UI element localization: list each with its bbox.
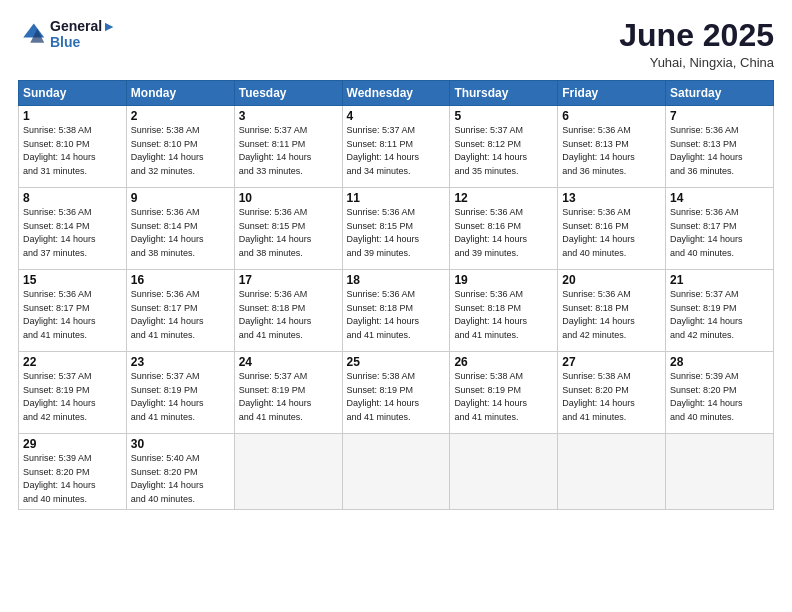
table-row bbox=[342, 434, 450, 510]
day-info: Sunrise: 5:36 AMSunset: 8:18 PMDaylight:… bbox=[454, 288, 553, 342]
svg-marker-0 bbox=[23, 24, 44, 38]
day-number: 8 bbox=[23, 191, 122, 205]
table-row: 2Sunrise: 5:38 AMSunset: 8:10 PMDaylight… bbox=[126, 106, 234, 188]
day-info: Sunrise: 5:39 AMSunset: 8:20 PMDaylight:… bbox=[23, 452, 122, 506]
title-area: June 2025 Yuhai, Ningxia, China bbox=[619, 18, 774, 70]
table-row: 27Sunrise: 5:38 AMSunset: 8:20 PMDayligh… bbox=[558, 352, 666, 434]
day-info: Sunrise: 5:38 AMSunset: 8:19 PMDaylight:… bbox=[347, 370, 446, 424]
calendar: Sunday Monday Tuesday Wednesday Thursday… bbox=[18, 80, 774, 510]
day-number: 11 bbox=[347, 191, 446, 205]
day-number: 4 bbox=[347, 109, 446, 123]
table-row: 17Sunrise: 5:36 AMSunset: 8:18 PMDayligh… bbox=[234, 270, 342, 352]
day-number: 6 bbox=[562, 109, 661, 123]
day-number: 28 bbox=[670, 355, 769, 369]
day-number: 21 bbox=[670, 273, 769, 287]
table-row: 18Sunrise: 5:36 AMSunset: 8:18 PMDayligh… bbox=[342, 270, 450, 352]
table-row: 30Sunrise: 5:40 AMSunset: 8:20 PMDayligh… bbox=[126, 434, 234, 510]
day-info: Sunrise: 5:37 AMSunset: 8:19 PMDaylight:… bbox=[23, 370, 122, 424]
table-row: 21Sunrise: 5:37 AMSunset: 8:19 PMDayligh… bbox=[666, 270, 774, 352]
table-row: 13Sunrise: 5:36 AMSunset: 8:16 PMDayligh… bbox=[558, 188, 666, 270]
day-info: Sunrise: 5:40 AMSunset: 8:20 PMDaylight:… bbox=[131, 452, 230, 506]
day-number: 29 bbox=[23, 437, 122, 451]
day-info: Sunrise: 5:36 AMSunset: 8:13 PMDaylight:… bbox=[670, 124, 769, 178]
logo-text: General► Blue bbox=[50, 18, 116, 50]
page: General► Blue June 2025 Yuhai, Ningxia, … bbox=[0, 0, 792, 612]
day-number: 15 bbox=[23, 273, 122, 287]
logo: General► Blue bbox=[18, 18, 116, 50]
col-thursday: Thursday bbox=[450, 81, 558, 106]
day-number: 24 bbox=[239, 355, 338, 369]
day-number: 25 bbox=[347, 355, 446, 369]
table-row: 26Sunrise: 5:38 AMSunset: 8:19 PMDayligh… bbox=[450, 352, 558, 434]
table-row bbox=[234, 434, 342, 510]
col-wednesday: Wednesday bbox=[342, 81, 450, 106]
day-number: 14 bbox=[670, 191, 769, 205]
table-row: 28Sunrise: 5:39 AMSunset: 8:20 PMDayligh… bbox=[666, 352, 774, 434]
day-info: Sunrise: 5:36 AMSunset: 8:16 PMDaylight:… bbox=[454, 206, 553, 260]
day-number: 9 bbox=[131, 191, 230, 205]
table-row: 10Sunrise: 5:36 AMSunset: 8:15 PMDayligh… bbox=[234, 188, 342, 270]
day-number: 3 bbox=[239, 109, 338, 123]
table-row: 22Sunrise: 5:37 AMSunset: 8:19 PMDayligh… bbox=[19, 352, 127, 434]
day-number: 10 bbox=[239, 191, 338, 205]
day-number: 16 bbox=[131, 273, 230, 287]
day-number: 20 bbox=[562, 273, 661, 287]
day-info: Sunrise: 5:36 AMSunset: 8:16 PMDaylight:… bbox=[562, 206, 661, 260]
day-info: Sunrise: 5:36 AMSunset: 8:15 PMDaylight:… bbox=[347, 206, 446, 260]
day-number: 30 bbox=[131, 437, 230, 451]
day-number: 13 bbox=[562, 191, 661, 205]
day-number: 5 bbox=[454, 109, 553, 123]
header: General► Blue June 2025 Yuhai, Ningxia, … bbox=[18, 18, 774, 70]
table-row: 4Sunrise: 5:37 AMSunset: 8:11 PMDaylight… bbox=[342, 106, 450, 188]
day-number: 23 bbox=[131, 355, 230, 369]
table-row bbox=[558, 434, 666, 510]
col-saturday: Saturday bbox=[666, 81, 774, 106]
day-number: 17 bbox=[239, 273, 338, 287]
table-row: 9Sunrise: 5:36 AMSunset: 8:14 PMDaylight… bbox=[126, 188, 234, 270]
day-info: Sunrise: 5:36 AMSunset: 8:13 PMDaylight:… bbox=[562, 124, 661, 178]
day-info: Sunrise: 5:38 AMSunset: 8:10 PMDaylight:… bbox=[131, 124, 230, 178]
day-info: Sunrise: 5:36 AMSunset: 8:14 PMDaylight:… bbox=[23, 206, 122, 260]
col-tuesday: Tuesday bbox=[234, 81, 342, 106]
table-row bbox=[666, 434, 774, 510]
table-row: 6Sunrise: 5:36 AMSunset: 8:13 PMDaylight… bbox=[558, 106, 666, 188]
table-row: 16Sunrise: 5:36 AMSunset: 8:17 PMDayligh… bbox=[126, 270, 234, 352]
day-info: Sunrise: 5:36 AMSunset: 8:18 PMDaylight:… bbox=[562, 288, 661, 342]
day-info: Sunrise: 5:37 AMSunset: 8:19 PMDaylight:… bbox=[239, 370, 338, 424]
col-sunday: Sunday bbox=[19, 81, 127, 106]
table-row: 20Sunrise: 5:36 AMSunset: 8:18 PMDayligh… bbox=[558, 270, 666, 352]
table-row: 12Sunrise: 5:36 AMSunset: 8:16 PMDayligh… bbox=[450, 188, 558, 270]
col-friday: Friday bbox=[558, 81, 666, 106]
day-number: 7 bbox=[670, 109, 769, 123]
day-number: 26 bbox=[454, 355, 553, 369]
day-info: Sunrise: 5:36 AMSunset: 8:17 PMDaylight:… bbox=[670, 206, 769, 260]
day-info: Sunrise: 5:36 AMSunset: 8:17 PMDaylight:… bbox=[23, 288, 122, 342]
calendar-header-row: Sunday Monday Tuesday Wednesday Thursday… bbox=[19, 81, 774, 106]
day-number: 12 bbox=[454, 191, 553, 205]
table-row bbox=[450, 434, 558, 510]
table-row: 14Sunrise: 5:36 AMSunset: 8:17 PMDayligh… bbox=[666, 188, 774, 270]
day-number: 2 bbox=[131, 109, 230, 123]
col-monday: Monday bbox=[126, 81, 234, 106]
table-row: 25Sunrise: 5:38 AMSunset: 8:19 PMDayligh… bbox=[342, 352, 450, 434]
table-row: 15Sunrise: 5:36 AMSunset: 8:17 PMDayligh… bbox=[19, 270, 127, 352]
day-info: Sunrise: 5:36 AMSunset: 8:17 PMDaylight:… bbox=[131, 288, 230, 342]
month-title: June 2025 bbox=[619, 18, 774, 53]
table-row: 11Sunrise: 5:36 AMSunset: 8:15 PMDayligh… bbox=[342, 188, 450, 270]
table-row: 8Sunrise: 5:36 AMSunset: 8:14 PMDaylight… bbox=[19, 188, 127, 270]
day-info: Sunrise: 5:36 AMSunset: 8:18 PMDaylight:… bbox=[239, 288, 338, 342]
day-info: Sunrise: 5:38 AMSunset: 8:10 PMDaylight:… bbox=[23, 124, 122, 178]
day-info: Sunrise: 5:37 AMSunset: 8:11 PMDaylight:… bbox=[239, 124, 338, 178]
day-number: 1 bbox=[23, 109, 122, 123]
day-number: 27 bbox=[562, 355, 661, 369]
day-number: 19 bbox=[454, 273, 553, 287]
day-info: Sunrise: 5:37 AMSunset: 8:19 PMDaylight:… bbox=[670, 288, 769, 342]
table-row: 19Sunrise: 5:36 AMSunset: 8:18 PMDayligh… bbox=[450, 270, 558, 352]
location: Yuhai, Ningxia, China bbox=[619, 55, 774, 70]
day-number: 18 bbox=[347, 273, 446, 287]
day-info: Sunrise: 5:37 AMSunset: 8:19 PMDaylight:… bbox=[131, 370, 230, 424]
logo-icon bbox=[18, 20, 46, 48]
table-row: 7Sunrise: 5:36 AMSunset: 8:13 PMDaylight… bbox=[666, 106, 774, 188]
table-row: 29Sunrise: 5:39 AMSunset: 8:20 PMDayligh… bbox=[19, 434, 127, 510]
table-row: 3Sunrise: 5:37 AMSunset: 8:11 PMDaylight… bbox=[234, 106, 342, 188]
